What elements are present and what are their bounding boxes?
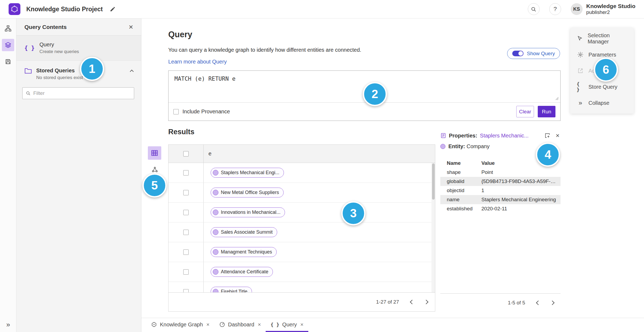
collapse-section-button[interactable]	[130, 68, 133, 74]
tab-close-icon[interactable]: ×	[206, 322, 210, 328]
selection-manager-item[interactable]: Selection Manager	[570, 31, 634, 47]
entity-pill[interactable]: Staplers Mechanical Engi...	[211, 168, 284, 178]
query-contents-panel: Query Contents × { } Query Create new qu…	[16, 18, 141, 332]
entity-dot-icon	[213, 289, 218, 292]
query-code-input[interactable]: MATCH (e) RETURN e	[174, 76, 236, 82]
properties-table: Name Value shape Point globalid {5D9B471…	[440, 159, 561, 213]
previous-page-button[interactable]	[407, 296, 418, 308]
store-query-item[interactable]: { } Store Query	[570, 79, 634, 95]
entity-label: New Metal Office Suppliers	[221, 190, 279, 195]
query-contents-rail-button[interactable]	[2, 39, 14, 51]
query-controls: Include Provenance Clear Run	[169, 102, 560, 121]
action-label: Collapse	[588, 100, 609, 106]
expand-rail-button[interactable]: »	[0, 320, 16, 329]
table-view-button[interactable]	[148, 146, 161, 160]
avatar[interactable]: KS	[571, 3, 583, 15]
entity-pill[interactable]: Innovations in Mechanical...	[211, 207, 285, 217]
top-bar: Knowledge Studio Project ? KS Knowledge …	[0, 0, 644, 18]
entity-dot-icon	[440, 144, 445, 149]
row-checkbox-cell	[169, 183, 204, 202]
user-org: Knowledge Studio	[586, 3, 635, 9]
entity-pill[interactable]: Sales Associate Summit	[211, 227, 277, 237]
include-provenance-checkbox[interactable]	[173, 109, 179, 114]
panel-close-icon[interactable]: ×	[129, 23, 133, 31]
show-query-label: Show Query	[527, 51, 555, 57]
name-column-header: Name	[440, 160, 481, 166]
properties-actions: ×	[544, 132, 559, 139]
results-table-header: e	[169, 145, 435, 163]
next-page-button[interactable]	[547, 297, 558, 308]
braces-icon: { }	[24, 45, 35, 51]
tab-label: Dashboard	[228, 322, 254, 328]
results-rows: Staplers Mechanical Engi... New Metal Of…	[169, 163, 435, 292]
filter-input[interactable]	[33, 90, 131, 96]
action-label: Store Query	[588, 84, 617, 90]
add-to-selection-button[interactable]	[544, 133, 550, 139]
toggle-switch[interactable]	[512, 51, 524, 56]
panel-title: Query Contents	[24, 24, 129, 30]
panel-header: Query Contents ×	[16, 18, 141, 36]
callout-badge-6: 6	[594, 58, 618, 82]
search-icon	[26, 91, 31, 96]
selected-entity-link[interactable]: Staplers Mechanic...	[480, 133, 529, 139]
graph-view-button[interactable]	[151, 166, 159, 173]
row-checkbox[interactable]	[183, 230, 189, 235]
entity-pill[interactable]: Firebird Title	[211, 287, 252, 292]
clear-button[interactable]: Clear	[516, 106, 534, 117]
tab-label: Query	[282, 322, 297, 328]
sidebar-item-query[interactable]: { } Query Create new queries	[16, 36, 141, 61]
save-rail-button[interactable]	[2, 55, 14, 68]
entity-pill[interactable]: Attendance Certificate	[211, 267, 273, 277]
edit-title-icon[interactable]	[110, 6, 116, 12]
row-checkbox[interactable]	[183, 210, 189, 215]
property-row: shape Point	[440, 168, 561, 177]
property-row: globalid {5D9B4713-F98D-4A53-A59F-C11...	[440, 177, 561, 186]
row-checkbox[interactable]	[183, 269, 189, 275]
run-button[interactable]: Run	[538, 106, 555, 117]
knowledge-graph-icon	[151, 322, 157, 327]
cursor-icon	[577, 36, 583, 42]
data-model-rail-button[interactable]	[2, 22, 14, 35]
include-provenance-label: Include Provenance	[182, 109, 230, 115]
search-button[interactable]	[528, 3, 540, 15]
tab-close-icon[interactable]: ×	[300, 322, 303, 328]
properties-close-icon[interactable]: ×	[556, 132, 559, 139]
properties-label: Properties:	[449, 133, 477, 139]
tab-query[interactable]: { } Query ×	[266, 318, 308, 332]
table-icon	[151, 149, 158, 157]
column-header-e: e	[204, 151, 211, 157]
dashboard-icon	[219, 322, 225, 327]
row-checkbox[interactable]	[183, 249, 189, 255]
entity-label: Staplers Mechanical Engi...	[221, 170, 279, 176]
callout-badge-3: 3	[341, 201, 365, 225]
row-checkbox-cell	[169, 163, 204, 182]
chevron-right-icon	[550, 300, 555, 305]
hierarchy-icon	[5, 25, 12, 32]
stored-queries-subtitle: No stored queries exist	[36, 75, 83, 80]
learn-more-link[interactable]: Learn more about Query	[168, 59, 227, 65]
save-icon	[5, 58, 11, 65]
next-page-button[interactable]	[420, 296, 432, 308]
show-query-toggle[interactable]: Show Query	[507, 48, 560, 59]
property-value: 1	[481, 188, 561, 193]
scrollbar-thumb[interactable]	[432, 163, 435, 200]
select-all-checkbox[interactable]	[183, 151, 189, 156]
stored-queries-section[interactable]: Stored Queries No stored queries exist	[16, 61, 141, 80]
help-button[interactable]: ?	[549, 3, 561, 15]
query-item-title: Query	[39, 42, 79, 48]
tab-close-icon[interactable]: ×	[258, 322, 261, 328]
app-logo-icon[interactable]	[9, 3, 20, 15]
user-name: publisher2	[586, 9, 635, 16]
previous-page-button[interactable]	[533, 297, 544, 308]
row-checkbox[interactable]	[183, 170, 189, 176]
row-checkbox[interactable]	[183, 289, 189, 293]
tab-knowledge-graph[interactable]: Knowledge Graph ×	[146, 318, 214, 332]
action-label: Parameters	[588, 52, 616, 58]
chevron-left-icon	[410, 300, 415, 304]
entity-pill[interactable]: Managment Techniques	[211, 247, 277, 257]
tab-dashboard[interactable]: Dashboard ×	[214, 318, 266, 332]
collapse-item[interactable]: » Collapse	[570, 95, 634, 111]
resize-grip-icon[interactable]	[555, 96, 559, 102]
row-checkbox[interactable]	[183, 190, 189, 195]
entity-pill[interactable]: New Metal Office Suppliers	[211, 188, 284, 197]
